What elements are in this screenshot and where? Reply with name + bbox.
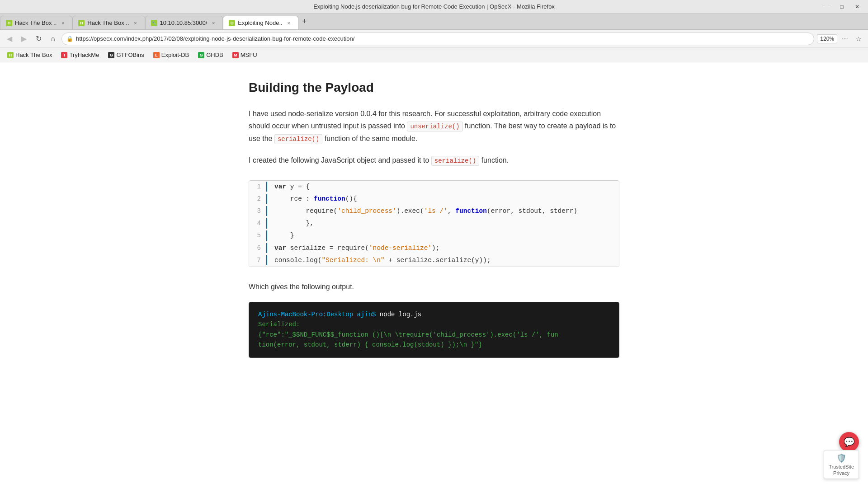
tab-close-button[interactable]: × [210, 19, 217, 27]
bookmark-item[interactable]: TTryHackMe [57, 51, 103, 59]
terminal-output-text: tion(error, stdout, stderr) { console.lo… [258, 341, 482, 348]
code-block: 1var y = {2 rce : function(){3 require('… [249, 181, 619, 267]
code-line: 7console.log("Serialized: \n" + serializ… [249, 254, 619, 267]
close-button[interactable]: ✕ [851, 2, 863, 11]
terminal-line: {"rce":"_$$ND_FUNC$$_function (){\n \tre… [258, 330, 610, 340]
line-content: var y = { [274, 181, 310, 193]
chat-bubble[interactable]: 💬 [839, 432, 859, 452]
para1-text3: function of the same module. [322, 135, 417, 142]
line-number: 1 [249, 182, 267, 192]
tab-close-button[interactable]: × [285, 19, 292, 27]
bookmark-label: TryHackMe [69, 52, 99, 58]
bookmark-item[interactable]: HHack The Box [4, 51, 56, 59]
url-bar[interactable]: 🔒 https://opsecx.com/index.php/2017/02/0… [61, 33, 814, 45]
window-controls: — □ ✕ [820, 2, 863, 11]
line-number: 3 [249, 206, 267, 216]
address-bar: ◀ ▶ ↻ ⌂ 🔒 https://opsecx.com/index.php/2… [0, 30, 868, 48]
tab-close-button[interactable]: × [132, 19, 139, 27]
line-number: 2 [249, 194, 267, 204]
zoom-indicator[interactable]: 120% [817, 34, 837, 43]
forward-button[interactable]: ▶ [18, 33, 30, 45]
code-line: 5 } [249, 230, 619, 242]
back-button[interactable]: ◀ [4, 33, 15, 45]
tab-tab3[interactable]: 🔧10.10.10.85:3000/× [145, 16, 223, 29]
browser-title: Exploiting Node.js deserialization bug f… [313, 3, 555, 10]
shield-icon: 🛡️ [836, 453, 846, 463]
bookmark-star-button[interactable]: ☆ [853, 33, 864, 45]
code-line: 1var y = { [249, 181, 619, 193]
minimize-button[interactable]: — [820, 2, 833, 11]
para2-text2: function. [479, 156, 509, 164]
trusted-privacy-text: Privacy [833, 470, 849, 476]
line-content: }, [274, 217, 314, 230]
para2-text1: I created the following JavaScript objec… [249, 156, 431, 164]
bookmark-favicon: E [153, 52, 160, 58]
code-block-wrapper: 1var y = {2 rce : function(){3 require('… [249, 180, 619, 267]
line-number: 5 [249, 230, 267, 240]
browser-titlebar: Exploiting Node.js deserialization bug f… [0, 0, 868, 14]
line-content: console.log("Serialized: \n" + serialize… [274, 254, 491, 267]
terminal-output-text: {"rce":"_$$ND_FUNC$$_function (){\n \tre… [258, 331, 558, 338]
bookmark-label: GTFOBins [116, 52, 144, 58]
line-content: var serialize = require('node-serialize'… [274, 242, 439, 254]
terminal-cmd: node log.js [380, 311, 421, 318]
terminal-wrapper: Ajins-MacBook-Pro:Desktop ajin$ node log… [249, 302, 619, 358]
bookmark-item[interactable]: MMSFU [229, 51, 261, 59]
bookmark-label: GHDB [206, 52, 223, 58]
code-line: 4 }, [249, 217, 619, 230]
tab-label: Hack The Box .. [15, 19, 57, 26]
bookmark-item[interactable]: EExploit-DB [150, 51, 193, 59]
terminal-line: Serialized: [258, 319, 610, 329]
tab-tab4[interactable]: OExploiting Node..× [223, 16, 298, 29]
output-text: Which gives the following output. [249, 281, 619, 293]
tab-favicon: H [6, 20, 12, 26]
tab-label: Hack The Box .. [87, 19, 129, 26]
terminal-line: Ajins-MacBook-Pro:Desktop ajin$ node log… [258, 310, 610, 319]
terminal-line: tion(error, stdout, stderr) { console.lo… [258, 340, 610, 350]
chat-icon: 💬 [844, 436, 855, 447]
tabs-bar: HHack The Box ..×HHack The Box ..×🔧10.10… [0, 14, 868, 30]
line-content: rce : function(){ [274, 193, 357, 205]
code-line: 6var serialize = require('node-serialize… [249, 242, 619, 254]
tab-label: Exploiting Node.. [238, 19, 282, 26]
bookmark-favicon: T [61, 52, 67, 58]
paragraph-2: I created the following JavaScript objec… [249, 154, 619, 167]
tab-tab1[interactable]: HHack The Box ..× [0, 16, 72, 29]
maximize-button[interactable]: □ [835, 2, 848, 11]
address-bar-right: 120% ⋯ ☆ [817, 33, 864, 45]
bookmark-item[interactable]: GGTFOBins [104, 51, 147, 59]
tab-tab2[interactable]: HHack The Box ..× [72, 16, 145, 29]
bookmark-item[interactable]: GGHDB [194, 51, 227, 59]
code-line: 2 rce : function(){ [249, 193, 619, 205]
line-number: 6 [249, 243, 267, 253]
tab-close-button[interactable]: × [59, 19, 66, 27]
trusted-badge-text: TrustedSite [829, 464, 854, 469]
tab-favicon: H [78, 20, 85, 26]
line-content: require('child_process').exec('ls /', fu… [274, 205, 577, 217]
section-heading: Building the Payload [249, 80, 619, 95]
tab-favicon: 🔧 [151, 20, 157, 26]
lock-icon: 🔒 [66, 36, 73, 42]
article-body: Building the Payload I have used node-se… [231, 80, 637, 358]
inline-code-unserialize: unserialize() [407, 122, 462, 131]
bookmark-label: Hack The Box [15, 52, 52, 58]
home-button[interactable]: ⌂ [47, 33, 59, 45]
url-text: https://opsecx.com/index.php/2017/02/08/… [76, 35, 354, 42]
code-line: 3 require('child_process').exec('ls /', … [249, 205, 619, 217]
paragraph-1: I have used node-serialize version 0.0.4… [249, 108, 619, 145]
trusted-site-badge[interactable]: 🛡️ TrustedSite Privacy [824, 450, 859, 479]
inline-code-serialize2: serialize() [431, 156, 479, 166]
tab-favicon: O [229, 20, 235, 26]
more-options-button[interactable]: ⋯ [839, 33, 851, 45]
bookmark-favicon: M [232, 52, 239, 58]
new-tab-button[interactable]: + [298, 15, 311, 28]
line-number: 4 [249, 218, 267, 228]
inline-code-serialize1: serialize() [274, 134, 322, 144]
bookmarks-bar: HHack The BoxTTryHackMeGGTFOBinsEExploit… [0, 48, 868, 62]
refresh-button[interactable]: ↻ [33, 33, 44, 45]
tab-label: 10.10.10.85:3000/ [160, 19, 208, 26]
terminal-output-text: Serialized: [258, 321, 300, 328]
terminal: Ajins-MacBook-Pro:Desktop ajin$ node log… [249, 302, 619, 357]
page-content: Building the Payload I have used node-se… [0, 62, 868, 488]
bookmark-label: Exploit-DB [161, 52, 189, 58]
